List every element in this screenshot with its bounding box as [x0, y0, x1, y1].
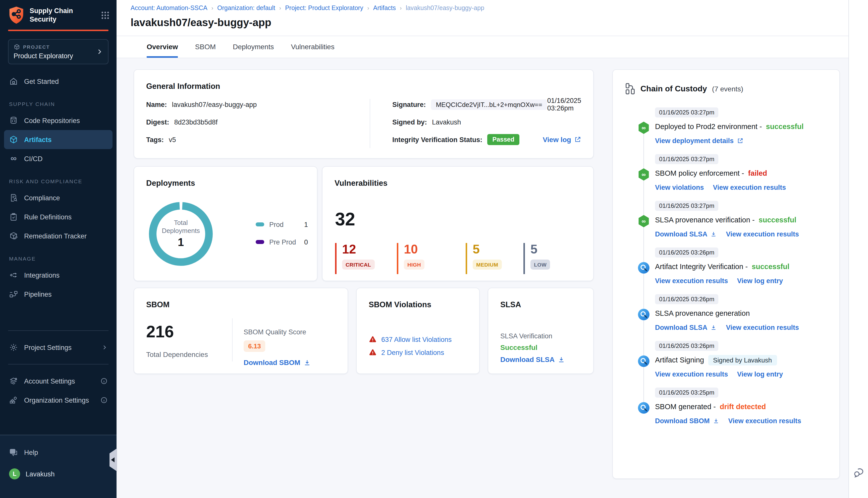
sidebar-item-remediation-tracker[interactable]: Remediation Tracker — [0, 226, 117, 246]
timeline-event: 01/16/2025 03:26pm Artifact Integrity Ve… — [625, 248, 827, 286]
tab-overview[interactable]: Overview — [147, 36, 178, 58]
download-sbom-link[interactable]: Download SBOM — [244, 358, 311, 366]
timeline-event: 01/16/2025 03:25pm SBOM generated -drift… — [625, 388, 827, 426]
slsa-verification-label: SLSA Verification — [500, 332, 552, 340]
event-timestamp: 01/16/2025 03:26pm — [655, 294, 718, 304]
sidebar-item-compliance[interactable]: Compliance — [0, 188, 117, 207]
code-repo-icon — [9, 116, 18, 125]
download-sbom-link[interactable]: Download SBOM — [655, 417, 719, 424]
download-slsa-link[interactable]: Download SLSA — [500, 355, 565, 364]
pipelines-icon — [9, 290, 18, 299]
legend-item-prod: Prod 1 — [256, 219, 308, 230]
sidebar-item-get-started[interactable]: Get Started — [0, 72, 117, 91]
event-status: drift detected — [720, 403, 766, 411]
timeline-event: 01/16/2025 03:26pm Artifact SigningSigne… — [625, 341, 827, 379]
slsa-title: SLSA — [500, 300, 581, 309]
event-timestamp: 01/16/2025 03:27pm — [655, 201, 718, 211]
sidebar-item-organization-settings[interactable]: Organization Settings — [0, 391, 117, 410]
tab-vulnerabilities[interactable]: Vulnerabilities — [291, 36, 334, 58]
user-menu[interactable]: L Lavakush — [0, 468, 117, 480]
breadcrumb-artifacts[interactable]: Artifacts — [373, 4, 396, 12]
name-label: Name: — [146, 101, 167, 108]
sidebar-item-code-repositories[interactable]: Code Repositories — [0, 111, 117, 130]
sidebar-item-account-settings[interactable]: Account Settings — [0, 371, 117, 391]
view-execution-results-link[interactable]: View execution results — [655, 277, 728, 284]
sidebar-item-integrations[interactable]: Integrations — [0, 265, 117, 285]
divider — [8, 364, 108, 365]
infinity-icon: ∞ — [9, 154, 18, 163]
digest-label: Digest: — [146, 118, 169, 126]
project-cube-icon — [14, 44, 20, 50]
tab-sbom[interactable]: SBOM — [195, 36, 216, 58]
layers-gear-icon — [9, 377, 18, 385]
collapse-arrow-icon — [111, 457, 115, 462]
vulnerabilities-card: Vulnerabilities 32 12 CRITICAL 10 HIGH 5… — [322, 166, 594, 281]
view-execution-results-link[interactable]: View execution results — [728, 417, 801, 424]
view-violations-link[interactable]: View violations — [655, 183, 704, 191]
sbom-total-dependencies-value: 216 — [146, 322, 174, 341]
tab-deployments[interactable]: Deployments — [233, 36, 274, 58]
breadcrumb-organization[interactable]: Organization: default — [217, 4, 275, 12]
external-link-icon — [574, 136, 581, 143]
ssca-event-icon — [637, 355, 650, 367]
view-execution-results-link[interactable]: View execution results — [726, 230, 799, 238]
download-slsa-link[interactable]: Download SLSA — [655, 324, 717, 331]
slsa-card: SLSA SLSA Verification Successful Downlo… — [488, 288, 594, 374]
general-information-title: General Information — [146, 82, 581, 91]
sidebar-item-help[interactable]: ? Help — [0, 443, 117, 461]
event-timestamp: 01/16/2025 03:27pm — [655, 107, 718, 117]
chain-of-custody-timeline: ∞ 01/16/2025 03:27pm Deployed to Prod2 e… — [625, 107, 827, 426]
svg-text:?: ? — [12, 449, 14, 453]
view-execution-results-link[interactable]: View execution results — [726, 324, 799, 331]
deployments-card: Deployments Total Deployments 1 Prod 1 P… — [134, 166, 318, 281]
project-label: PROJECT — [23, 44, 50, 50]
breadcrumb-account[interactable]: Account: Automation-SSCA — [131, 4, 207, 12]
event-status: successful — [759, 216, 796, 224]
breadcrumb-project[interactable]: Project: Product Exploratory — [285, 4, 363, 12]
external-link-icon — [737, 137, 743, 144]
info-icon[interactable] — [101, 378, 107, 384]
event-title: SLSA provenance verification - — [655, 216, 755, 224]
view-execution-results-link[interactable]: View execution results — [713, 183, 786, 191]
shield-logo-icon — [8, 6, 25, 25]
severity-high: 10 HIGH — [397, 243, 466, 274]
sidebar-item-artifacts[interactable]: Artifacts — [4, 130, 113, 149]
view-log-entry-link[interactable]: View log entry — [737, 277, 783, 284]
sidebar-item-rule-definitions[interactable]: Rule Definitions — [0, 207, 117, 226]
chain-of-custody-panel: Chain of Custody (7 events) ∞ 01/16/2025… — [612, 69, 840, 479]
signed-by-value: Lavakush — [432, 118, 461, 126]
download-icon — [711, 324, 717, 331]
chain-of-custody-title: Chain of Custody — [640, 84, 707, 93]
allow-list-violations-link[interactable]: 637 Allow list Violations — [381, 336, 452, 343]
view-deployment-details-link[interactable]: View deployment details — [655, 137, 743, 144]
signed-by-chip: Signed by Lavakush — [708, 355, 777, 365]
warning-icon — [369, 349, 377, 356]
download-icon — [558, 356, 565, 363]
tags-value: v5 — [169, 136, 176, 143]
event-title: Artifact Signing — [655, 356, 704, 364]
download-slsa-link[interactable]: Download SLSA — [655, 230, 717, 238]
event-title: SLSA provenance generation — [655, 309, 750, 317]
chevron-right-icon — [96, 48, 103, 55]
deny-list-violations-link[interactable]: 2 Deny list Violations — [381, 349, 444, 356]
project-selector[interactable]: PROJECT Product Exploratory — [8, 39, 108, 64]
sidebar-item-cicd[interactable]: ∞ CI/CD — [0, 149, 117, 168]
view-execution-results-link[interactable]: View execution results — [655, 370, 728, 378]
app-header: Supply Chain Security — [0, 0, 117, 30]
deployments-title: Deployments — [146, 179, 305, 188]
sidebar-item-pipelines[interactable]: Pipelines — [0, 285, 117, 304]
warning-icon — [369, 335, 377, 343]
pipeline-event-icon: ∞ — [637, 215, 650, 227]
sidebar-item-project-settings[interactable]: Project Settings — [0, 338, 117, 357]
app-switcher-icon[interactable] — [101, 11, 109, 19]
legend-item-pre-prod: Pre Prod 0 — [256, 237, 308, 247]
view-log-entry-link[interactable]: View log entry — [737, 370, 783, 378]
event-title: SBOM generated - — [655, 403, 716, 411]
view-log-link[interactable]: View log — [543, 135, 581, 144]
event-title: SBOM policy enforcement - — [655, 169, 744, 177]
cube-icon — [9, 135, 18, 144]
chat-bubbles-icon[interactable] — [853, 466, 866, 479]
right-rail — [848, 0, 868, 498]
info-icon[interactable] — [101, 397, 107, 404]
breadcrumb-current[interactable]: lavakush07/easy-buggy-app — [406, 4, 484, 12]
